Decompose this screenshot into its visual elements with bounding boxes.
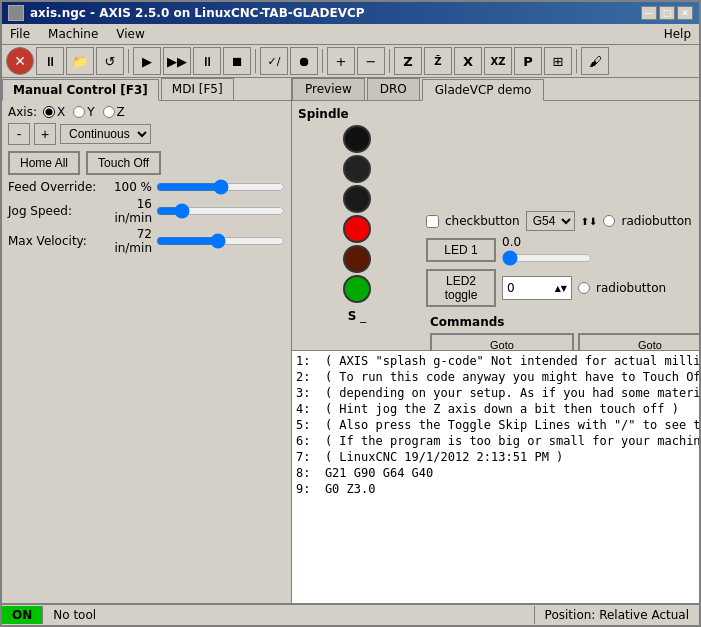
x-button[interactable]: X: [454, 47, 482, 75]
stop2-button[interactable]: ⏹: [223, 47, 251, 75]
spindle-area: Spindle S _: [292, 101, 422, 350]
led2-button[interactable]: LED2 toggle: [426, 269, 496, 307]
jog-speed-value: 16 in/min: [102, 197, 152, 225]
spindle-underscore: _: [360, 309, 366, 323]
axis-z-option[interactable]: Z: [103, 105, 125, 119]
jog-speed-slider[interactable]: [156, 203, 285, 219]
maximize-button[interactable]: □: [659, 6, 675, 20]
g54-select[interactable]: G54: [526, 211, 575, 231]
prepared-tool: Prepared tool: 0: [432, 111, 699, 125]
plus-button[interactable]: +: [327, 47, 355, 75]
right-content: Spindle S _: [292, 101, 699, 350]
feed-override-value: 100 %: [102, 180, 152, 194]
tab-preview[interactable]: Preview: [292, 78, 365, 100]
step-minus-button[interactable]: -: [8, 123, 30, 145]
axis-x-radio[interactable]: [43, 106, 55, 118]
current-tool: Current tool: 0: [432, 127, 699, 141]
radiobutton1-label: radiobutton: [621, 214, 691, 228]
led1-row: LED 1 0.0 radiobutton: [426, 235, 699, 265]
menu-machine[interactable]: Machine: [44, 26, 102, 42]
led2-row: LED2 toggle 0 ▲▼ radiobutton: [426, 269, 699, 307]
axis-x-option[interactable]: X: [43, 105, 65, 119]
axis-y-option[interactable]: Y: [73, 105, 94, 119]
jog-mode-select[interactable]: Continuous: [60, 124, 151, 144]
tab-gladevcp[interactable]: GladeVCP demo: [422, 79, 545, 101]
open-button[interactable]: 📁: [66, 47, 94, 75]
titlebar: axis.ngc - AXIS 2.5.0 on LinuxCNC-TAB-GL…: [2, 2, 699, 24]
axis-label: Axis:: [8, 105, 37, 119]
spinbutton: Spinbutton: 0.00: [432, 175, 699, 189]
checkbutton-input[interactable]: [426, 215, 439, 228]
check-button[interactable]: ✓/: [260, 47, 288, 75]
max-velocity-value: 72 in/min: [102, 227, 152, 255]
gcode-line-6: 6: ( If the program is too big or small …: [296, 433, 699, 449]
system: System: 0: [432, 143, 699, 157]
axis-y-radio[interactable]: [73, 106, 85, 118]
brush-button[interactable]: 🖌: [581, 47, 609, 75]
reload-button[interactable]: ↺: [96, 47, 124, 75]
zn-button[interactable]: Z̄: [424, 47, 452, 75]
spindle-s-label: S: [348, 309, 357, 323]
radiobutton3-label: radiobutton: [596, 281, 666, 295]
axis-row: Axis: X Y Z: [8, 105, 285, 119]
slider1-input[interactable]: [502, 251, 592, 265]
stop-button[interactable]: ✕: [6, 47, 34, 75]
app-icon: [8, 5, 24, 21]
step-row: - + Continuous: [8, 123, 285, 145]
light-4: [343, 215, 371, 243]
checkbutton-label: checkbutton: [445, 214, 520, 228]
menu-help[interactable]: Help: [660, 26, 695, 42]
feed-override-row: Feed Override: 100 %: [8, 179, 285, 195]
step-plus-button[interactable]: +: [34, 123, 56, 145]
gcode-line-1: 1: ( AXIS "splash g-code" Not intended f…: [296, 353, 699, 369]
light-1: [343, 125, 371, 153]
axis-radio-group: X Y Z: [43, 105, 125, 119]
status-on: ON: [2, 606, 43, 624]
gcode-editor[interactable]: 1: ( AXIS "splash g-code" Not intended f…: [292, 350, 699, 604]
status-bar: ON No tool Position: Relative Actual: [2, 603, 699, 625]
radiobutton1-input[interactable]: [603, 215, 615, 227]
menu-view[interactable]: View: [112, 26, 148, 42]
axis-z-radio[interactable]: [103, 106, 115, 118]
tab-manual[interactable]: Manual Control [F3]: [2, 79, 159, 101]
light-6: [343, 275, 371, 303]
grid-button[interactable]: ⊞: [544, 47, 572, 75]
axis-x-label: X: [57, 105, 65, 119]
tab-mdi[interactable]: MDI [F5]: [161, 78, 234, 100]
commands-section: Commands Gotomachine Gotocurrent system …: [426, 311, 699, 350]
gcode-line-8: 8: G21 G90 G64 G40: [296, 465, 699, 481]
light-5: [343, 245, 371, 273]
gcode-line-2: 2: ( To run this code anyway you might h…: [296, 369, 699, 385]
max-velocity-slider[interactable]: [156, 233, 285, 249]
xz-button[interactable]: XZ: [484, 47, 512, 75]
menubar: File Machine View Help: [2, 24, 699, 45]
info-panel: Prepared tool: 0 Current tool: 0 System:…: [426, 105, 699, 211]
traffic-light: [343, 125, 371, 303]
goto-machine-button[interactable]: Gotomachine: [430, 333, 574, 350]
light-3: [343, 185, 371, 213]
record-button[interactable]: ⏺: [290, 47, 318, 75]
close-button[interactable]: ✕: [677, 6, 693, 20]
z-button[interactable]: Z: [394, 47, 422, 75]
jog-speed-label: Jog Speed:: [8, 204, 98, 218]
feed-override-slider[interactable]: [156, 179, 285, 195]
run-button[interactable]: ▶: [133, 47, 161, 75]
pause-button[interactable]: ⏸: [36, 47, 64, 75]
led1-button[interactable]: LED 1: [426, 238, 496, 262]
gcode-line-7: 7: ( LinuxCNC 19/1/2012 2:13:51 PM ): [296, 449, 699, 465]
goto-current-button[interactable]: Gotocurrent system: [578, 333, 699, 350]
step-button[interactable]: ▶▶: [163, 47, 191, 75]
minimize-button[interactable]: —: [641, 6, 657, 20]
home-all-button[interactable]: Home All: [8, 151, 80, 175]
radiobutton3-input[interactable]: [578, 282, 590, 294]
p-button[interactable]: P: [514, 47, 542, 75]
spindle-title: Spindle: [298, 107, 349, 121]
minus-button[interactable]: −: [357, 47, 385, 75]
pause2-button[interactable]: ⏸: [193, 47, 221, 75]
slider1-container: 0.0: [502, 235, 699, 265]
touch-off-button[interactable]: Touch Off: [86, 151, 161, 175]
tab-dro[interactable]: DRO: [367, 78, 420, 100]
main-area: Manual Control [F3] MDI [F5] Axis: X: [2, 78, 699, 603]
menu-file[interactable]: File: [6, 26, 34, 42]
gcode-line-9: 9: G0 Z3.0: [296, 481, 699, 497]
